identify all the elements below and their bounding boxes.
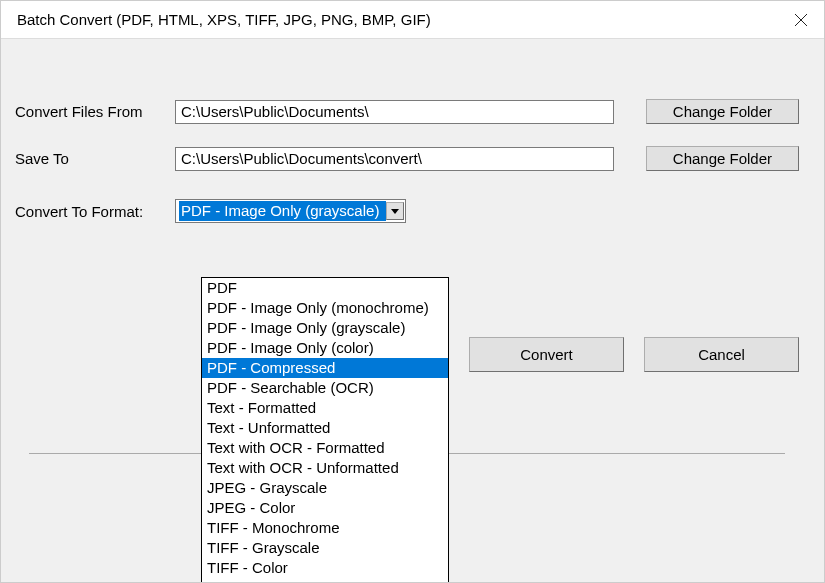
convert-from-row: Convert Files From Change Folder: [15, 99, 799, 124]
svg-marker-2: [391, 209, 399, 214]
format-option[interactable]: TIFF - Monochrome: [202, 518, 448, 538]
format-dropdown-list[interactable]: PDFPDF - Image Only (monochrome)PDF - Im…: [201, 277, 449, 583]
format-option[interactable]: Text with OCR - Formatted: [202, 438, 448, 458]
format-option[interactable]: PDF - Compressed: [202, 358, 448, 378]
action-row: Convert Cancel: [449, 337, 799, 372]
format-option[interactable]: PNG - Grayscale: [202, 578, 448, 583]
format-option[interactable]: Text - Unformatted: [202, 418, 448, 438]
format-option[interactable]: TIFF - Color: [202, 558, 448, 578]
format-option[interactable]: PDF - Image Only (monochrome): [202, 298, 448, 318]
format-label: Convert To Format:: [15, 203, 175, 220]
format-option[interactable]: PDF: [202, 278, 448, 298]
dialog-body: Convert Files From Change Folder Save To…: [15, 39, 799, 223]
close-button[interactable]: [778, 1, 824, 39]
close-icon: [795, 14, 807, 26]
format-selected-value: PDF - Image Only (grayscale): [179, 201, 386, 221]
cancel-button[interactable]: Cancel: [644, 337, 799, 372]
format-option[interactable]: PDF - Image Only (grayscale): [202, 318, 448, 338]
save-to-row: Save To Change Folder: [15, 146, 799, 171]
format-option[interactable]: PDF - Image Only (color): [202, 338, 448, 358]
titlebar: Batch Convert (PDF, HTML, XPS, TIFF, JPG…: [1, 1, 824, 39]
format-row: Convert To Format: PDF - Image Only (gra…: [15, 199, 799, 223]
format-option[interactable]: Text - Formatted: [202, 398, 448, 418]
convert-from-input[interactable]: [175, 100, 614, 124]
convert-button[interactable]: Convert: [469, 337, 624, 372]
format-option[interactable]: JPEG - Color: [202, 498, 448, 518]
format-select[interactable]: PDF - Image Only (grayscale): [175, 199, 406, 223]
window-title: Batch Convert (PDF, HTML, XPS, TIFF, JPG…: [17, 11, 431, 28]
change-folder-saveto-button[interactable]: Change Folder: [646, 146, 799, 171]
format-option[interactable]: PDF - Searchable (OCR): [202, 378, 448, 398]
chevron-down-icon: [391, 209, 399, 214]
save-to-label: Save To: [15, 150, 175, 167]
format-option[interactable]: TIFF - Grayscale: [202, 538, 448, 558]
convert-from-label: Convert Files From: [15, 103, 175, 120]
change-folder-from-button[interactable]: Change Folder: [646, 99, 799, 124]
format-option[interactable]: JPEG - Grayscale: [202, 478, 448, 498]
format-dropdown-arrow[interactable]: [386, 202, 404, 220]
save-to-input[interactable]: [175, 147, 614, 171]
format-option[interactable]: Text with OCR - Unformatted: [202, 458, 448, 478]
